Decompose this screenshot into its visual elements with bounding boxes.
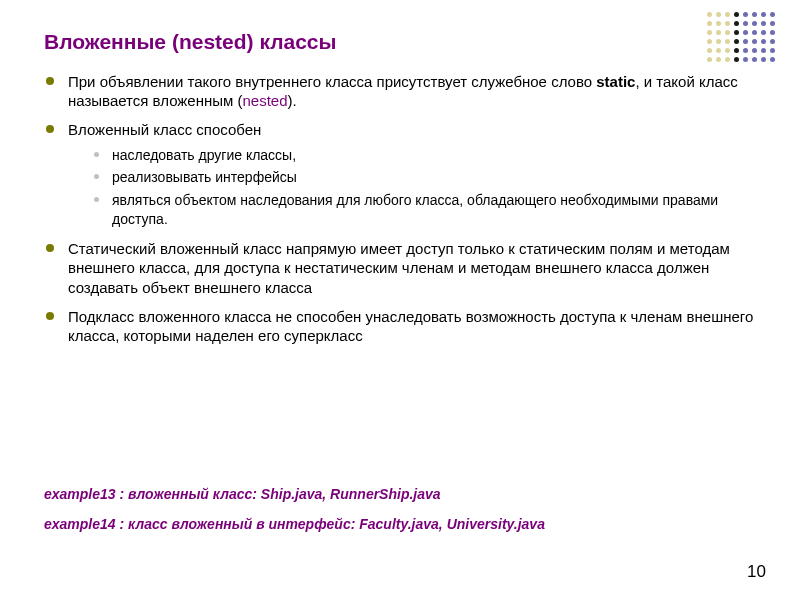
- decor-dot: [716, 57, 721, 62]
- decorative-dot-grid: [707, 12, 776, 63]
- decor-dot: [707, 30, 712, 35]
- decor-dot: [743, 57, 748, 62]
- examples-block: example13 : вложенный класс: Ship.java, …: [44, 486, 545, 546]
- decor-dot: [734, 48, 739, 53]
- sub-bullet-item: наследовать другие классы,: [94, 146, 756, 165]
- decor-dot: [734, 12, 739, 17]
- decor-dot: [734, 21, 739, 26]
- decor-dot: [725, 30, 730, 35]
- decor-dot: [716, 39, 721, 44]
- decor-dot: [770, 12, 775, 17]
- bullet-item: Подкласс вложенного класса не способен у…: [44, 307, 756, 345]
- decor-dot: [743, 12, 748, 17]
- slide: Вложенные (nested) классы При объявлении…: [0, 0, 800, 600]
- decor-dot: [734, 57, 739, 62]
- decor-dot: [743, 39, 748, 44]
- decor-dot: [761, 21, 766, 26]
- bullet-text: ).: [288, 92, 297, 109]
- bullet-item: При объявлении такого внутреннего класса…: [44, 72, 756, 110]
- bullet-text: Вложенный класс способен: [68, 121, 261, 138]
- decor-dot: [716, 30, 721, 35]
- decor-dot: [761, 12, 766, 17]
- bullet-list: При объявлении такого внутреннего класса…: [44, 72, 756, 345]
- decor-dot: [743, 48, 748, 53]
- decor-dot: [716, 48, 721, 53]
- decor-dot: [725, 21, 730, 26]
- decor-dot: [716, 21, 721, 26]
- slide-title: Вложенные (nested) классы: [44, 30, 756, 54]
- bullet-text: При объявлении такого внутреннего класса…: [68, 73, 596, 90]
- decor-dot: [743, 21, 748, 26]
- bullet-item: Статический вложенный класс напрямую име…: [44, 239, 756, 297]
- decor-dot: [770, 57, 775, 62]
- decor-dot: [725, 57, 730, 62]
- decor-dot: [743, 30, 748, 35]
- decor-dot: [761, 48, 766, 53]
- decor-dot: [752, 21, 757, 26]
- sub-bullet-item: являться объектом наследования для любог…: [94, 191, 756, 229]
- decor-dot: [752, 39, 757, 44]
- decor-dot: [707, 57, 712, 62]
- decor-dot: [707, 39, 712, 44]
- decor-dot: [707, 21, 712, 26]
- decor-dot: [725, 39, 730, 44]
- decor-dot: [752, 30, 757, 35]
- decor-dot: [716, 12, 721, 17]
- decor-dot: [734, 39, 739, 44]
- page-number: 10: [747, 562, 766, 582]
- decor-dot: [752, 12, 757, 17]
- decor-dot: [734, 30, 739, 35]
- decor-dot: [770, 21, 775, 26]
- sub-bullet-list: наследовать другие классы, реализовывать…: [68, 146, 756, 230]
- keyword-static: static: [596, 73, 635, 90]
- decor-dot: [761, 39, 766, 44]
- keyword-nested: nested: [243, 92, 288, 109]
- decor-dot: [761, 30, 766, 35]
- decor-dot: [725, 12, 730, 17]
- decor-dot: [752, 48, 757, 53]
- decor-dot: [752, 57, 757, 62]
- decor-dot: [770, 30, 775, 35]
- decor-dot: [707, 12, 712, 17]
- sub-bullet-item: реализовывать интерфейсы: [94, 168, 756, 187]
- decor-dot: [770, 48, 775, 53]
- decor-dot: [770, 39, 775, 44]
- decor-dot: [761, 57, 766, 62]
- decor-dot: [707, 48, 712, 53]
- bullet-item: Вложенный класс способен наследовать дру…: [44, 120, 756, 229]
- example-line: example13 : вложенный класс: Ship.java, …: [44, 486, 545, 502]
- example-line: example14 : класс вложенный в интерфейс:…: [44, 516, 545, 532]
- decor-dot: [725, 48, 730, 53]
